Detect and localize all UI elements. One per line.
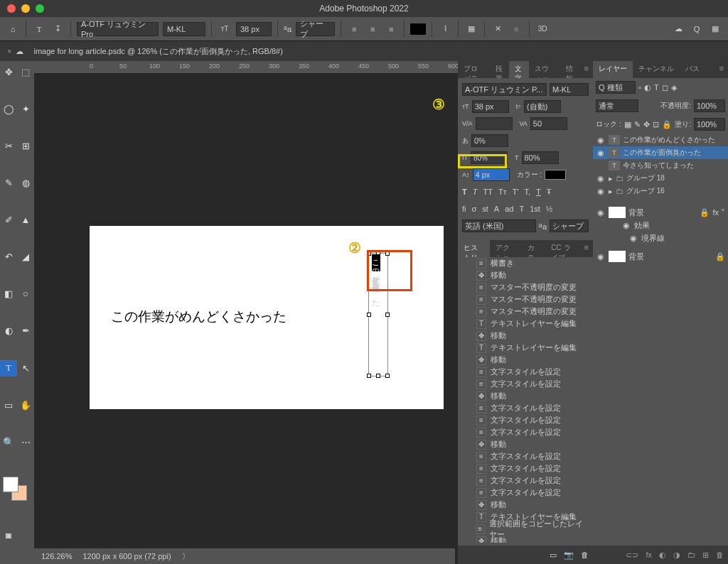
layer-effect[interactable]: ◉境界線 <box>593 232 728 244</box>
layer-list[interactable]: ◉Tこの作業がめんどくさかった◉Tこの作業が面倒臭かったT今さら知ってしまった◉… <box>593 134 728 546</box>
warp-text-icon[interactable]: ⌇ <box>438 22 452 36</box>
rect-tool[interactable]: ▭ <box>0 397 17 413</box>
move-tool[interactable]: ✥ <box>0 64 17 80</box>
tab-color[interactable]: カラー <box>522 240 545 257</box>
layer-name[interactable]: 背景 <box>628 207 644 218</box>
layer-filter[interactable]: Q 種類 <box>596 81 636 94</box>
ad-alt[interactable]: ad <box>505 205 513 213</box>
filter-pixel-icon[interactable]: ▫ <box>638 83 641 92</box>
cloud-icon[interactable]: ☁ <box>671 22 685 36</box>
hand-tool[interactable]: ✋ <box>17 397 34 413</box>
layer-mask-icon[interactable]: ◐ <box>659 551 666 560</box>
char-font-weight[interactable]: M-KL <box>550 83 589 96</box>
history-item[interactable]: ≡文字スタイルを設定 <box>458 462 593 474</box>
layer-name[interactable]: 背景 <box>628 251 644 262</box>
tab-channels[interactable]: チャンネル <box>633 61 680 78</box>
history-item[interactable]: ≡文字スタイルを設定 <box>458 426 593 438</box>
smallcaps-button[interactable]: Tт <box>498 188 507 196</box>
history-brush-tool[interactable]: ↶ <box>0 249 17 265</box>
font-weight-input[interactable]: M-KL <box>163 22 205 36</box>
align-right-icon[interactable]: ≡ <box>384 22 398 36</box>
new-snapshot-icon[interactable]: ▭ <box>550 551 557 560</box>
layer-row[interactable]: ◉▸🗀グループ 18 <box>593 172 728 185</box>
eyedropper-tool[interactable]: ✎ <box>0 175 17 191</box>
toggle-panels-icon[interactable]: ▦ <box>464 22 478 36</box>
heal-tool[interactable]: ◍ <box>17 175 34 191</box>
document-tab[interactable]: image for long article.psdc @ 126% (この作業… <box>26 41 289 61</box>
history-item[interactable]: ≡文字スタイルを設定 <box>458 414 593 426</box>
new-layer-icon[interactable]: ⊞ <box>702 551 709 560</box>
st-ligature[interactable]: st <box>482 205 488 213</box>
panel-menu-icon[interactable]: ≡ <box>580 61 593 78</box>
font-family-input[interactable]: A-OTF リュウミン Pro <box>77 22 159 36</box>
antialiasing-input[interactable]: シャープ <box>296 22 335 36</box>
tab-close-icon[interactable]: × <box>7 47 11 55</box>
wand-tool[interactable]: ✦ <box>17 101 34 117</box>
3d-icon[interactable]: 3D <box>535 22 550 36</box>
lasso-tool[interactable]: ◯ <box>0 101 17 117</box>
layer-name[interactable]: グループ 18 <box>626 173 665 183</box>
layer-fx-icon[interactable]: fx <box>646 551 652 559</box>
search-icon[interactable]: Q <box>690 22 704 36</box>
italic-button[interactable]: T <box>473 188 478 196</box>
sigma-icon[interactable]: σ <box>472 205 477 213</box>
layer-row[interactable]: ◉▸🗀グループ 16 <box>593 185 728 197</box>
history-item[interactable]: ≡マスター不透明度の変更 <box>458 293 593 305</box>
opacity-input[interactable]: 100% <box>694 99 725 112</box>
align-center-icon[interactable]: ≡ <box>365 22 380 36</box>
layer-effect[interactable]: ◉効果 <box>593 219 728 232</box>
stamp-tool[interactable]: ▲ <box>17 212 34 228</box>
strike-button[interactable]: Ŧ <box>547 188 552 196</box>
history-item[interactable]: ≡文字スタイルを設定 <box>458 487 593 499</box>
visibility-toggle[interactable]: ◉ <box>596 174 606 183</box>
tab-properties[interactable]: プロパティ <box>458 61 490 78</box>
minimize-window[interactable] <box>21 4 30 13</box>
history-item[interactable]: Tテキストレイヤーを編集 <box>458 342 593 354</box>
delete-layer-icon[interactable]: 🗑 <box>716 551 724 559</box>
tab-actions[interactable]: アクション <box>490 240 522 257</box>
filter-smart-icon[interactable]: ◈ <box>671 83 677 92</box>
zoom-tool[interactable]: 🔍 <box>0 434 17 450</box>
edit-toolbar[interactable]: ⋯ <box>17 434 34 450</box>
tab-history[interactable]: ヒストリー <box>458 240 490 257</box>
camera-icon[interactable]: 📷 <box>564 551 574 560</box>
tab-cclibs[interactable]: CC ライブ... <box>545 240 579 257</box>
1st-alt[interactable]: 1st <box>530 205 540 213</box>
char-size[interactable]: 38 px <box>472 100 509 113</box>
zoom-level[interactable]: 126.26% <box>41 552 72 560</box>
text-color-swatch[interactable] <box>410 23 426 35</box>
char-font-family[interactable]: A-OTF リュウミン P... <box>462 83 547 96</box>
status-arrow-icon[interactable]: 〉 <box>182 551 190 562</box>
char-vscale[interactable]: 0% <box>471 134 508 147</box>
home-icon[interactable]: ⌂ <box>6 22 20 36</box>
history-item[interactable]: ≡文字スタイルを設定 <box>458 474 593 487</box>
filter-shape-icon[interactable]: ◻ <box>662 83 668 92</box>
tab-swatches[interactable]: スウォッチ <box>529 61 561 78</box>
lock-pixels-icon[interactable]: ▦ <box>624 120 631 129</box>
layer-row[interactable]: ◉Tこの作業がめんどくさかった <box>593 134 728 146</box>
tab-layers[interactable]: レイヤー <box>593 61 633 78</box>
history-item[interactable]: ≡文字スタイルを設定 <box>458 366 593 378</box>
tab-character[interactable]: 文字 <box>509 61 528 78</box>
tab-info[interactable]: 情報 <box>560 61 579 78</box>
layer-name[interactable]: この作業がめんどくさかった <box>623 135 715 145</box>
a-alt[interactable]: A <box>494 205 499 213</box>
char-tracking[interactable]: 50 <box>530 117 567 130</box>
close-window[interactable] <box>7 4 16 13</box>
workspace-icon[interactable]: ▦ <box>708 22 722 36</box>
char-antialias[interactable]: シャープ <box>550 219 589 232</box>
caps-button[interactable]: TT <box>483 188 492 196</box>
lock-paint-icon[interactable]: ✎ <box>634 120 641 129</box>
history-item[interactable]: ≡文字スタイルを設定 <box>458 450 593 462</box>
lock-artboard-icon[interactable]: ⊡ <box>653 120 659 129</box>
history-item[interactable]: ≡マスター不透明度の変更 <box>458 281 593 293</box>
history-item[interactable]: ✥移動 <box>458 438 593 450</box>
type-tool[interactable]: T <box>0 360 17 376</box>
layer-row[interactable]: ◉背景🔒 <box>593 250 728 263</box>
new-group-icon[interactable]: 🗀 <box>687 551 695 559</box>
new-adjust-icon[interactable]: ◑ <box>673 551 680 560</box>
eraser-tool[interactable]: ◢ <box>17 249 34 265</box>
layer-row[interactable]: ◉背景🔒fx ˅ <box>593 206 728 219</box>
fx-badge[interactable]: fx ˅ <box>712 208 725 217</box>
blur-tool[interactable]: ○ <box>17 286 34 302</box>
